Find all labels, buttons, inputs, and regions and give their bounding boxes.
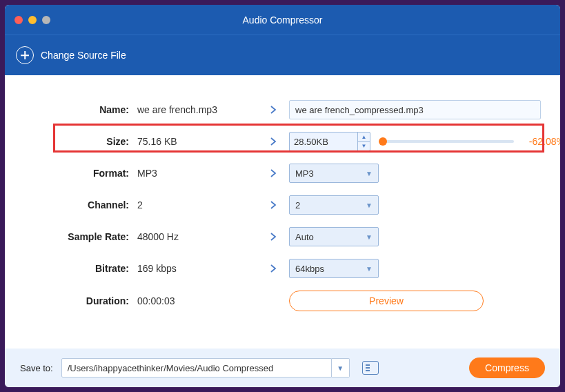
change-source-button[interactable]: Change Source File	[16, 46, 126, 64]
chevron-down-icon: ▼	[337, 364, 344, 372]
arrow-icon	[268, 264, 289, 273]
toolbar: Change Source File	[5, 35, 560, 75]
arrow-icon	[268, 232, 289, 242]
source-channel: 2	[137, 199, 268, 210]
save-to-label: Save to:	[20, 363, 53, 373]
arrow-icon	[268, 168, 289, 178]
sample-rate-select-value: Auto	[295, 232, 314, 242]
format-select[interactable]: MP3 ▼	[289, 164, 379, 183]
footer: Save to: ▼ Compress	[5, 349, 560, 387]
change-source-label: Change Source File	[41, 50, 126, 61]
output-size-value: 28.50KB	[290, 133, 357, 150]
arrow-icon	[268, 200, 289, 210]
stepper-down-icon[interactable]: ▼	[358, 142, 370, 151]
source-sample-rate: 48000 Hz	[137, 231, 268, 242]
reduction-percent: -62.08%	[519, 136, 560, 147]
duration-label: Duration:	[21, 295, 137, 306]
compress-label: Compress	[485, 362, 529, 373]
window-controls	[14, 16, 50, 24]
output-size-stepper[interactable]: 28.50KB ▲ ▼	[289, 132, 370, 151]
close-icon[interactable]	[14, 16, 23, 24]
sample-rate-select[interactable]: Auto ▼	[289, 227, 379, 246]
format-label: Format:	[21, 168, 137, 179]
size-label: Size:	[21, 136, 137, 147]
size-slider[interactable]	[380, 140, 514, 143]
preview-button[interactable]: Preview	[289, 291, 484, 311]
bitrate-label: Bitrate:	[21, 263, 137, 274]
app-window: Audio Compressor Change Source File Name…	[5, 5, 560, 387]
chevron-down-icon: ▼	[366, 170, 373, 177]
window-title: Audio Compressor	[5, 14, 560, 26]
chevron-down-icon: ▼	[366, 265, 373, 273]
minimize-icon[interactable]	[28, 16, 37, 24]
slider-thumb-icon[interactable]	[379, 137, 387, 146]
stepper-up-icon[interactable]: ▲	[358, 133, 370, 142]
titlebar: Audio Compressor	[5, 5, 560, 35]
source-name: we are french.mp3	[137, 104, 268, 115]
channel-select[interactable]: 2 ▼	[289, 195, 379, 215]
name-label: Name:	[21, 104, 137, 115]
open-folder-button[interactable]	[362, 361, 379, 375]
arrow-icon	[268, 137, 289, 146]
save-path-input[interactable]	[61, 358, 332, 378]
bitrate-select[interactable]: 64kbps ▼	[289, 259, 379, 278]
save-path-dropdown[interactable]: ▼	[332, 358, 350, 378]
source-bitrate: 169 kbps	[137, 263, 268, 274]
source-format: MP3	[137, 168, 268, 179]
output-name-input[interactable]	[289, 100, 541, 119]
plus-circle-icon	[16, 46, 34, 64]
bitrate-select-value: 64kbps	[295, 264, 324, 274]
source-size: 75.16 KB	[137, 136, 268, 147]
source-duration: 00:00:03	[137, 295, 268, 306]
maximize-icon[interactable]	[42, 16, 50, 24]
format-select-value: MP3	[295, 168, 314, 179]
chevron-down-icon: ▼	[366, 202, 373, 209]
chevron-down-icon: ▼	[366, 233, 373, 241]
compress-button[interactable]: Compress	[469, 357, 545, 378]
channel-select-value: 2	[295, 200, 300, 210]
sample-rate-label: Sample Rate:	[21, 231, 137, 242]
preview-label: Preview	[369, 295, 404, 306]
main-panel: Name: we are french.mp3 Size: 75.16 KB 2…	[5, 75, 560, 349]
arrow-icon	[268, 105, 289, 115]
channel-label: Channel:	[21, 199, 137, 210]
